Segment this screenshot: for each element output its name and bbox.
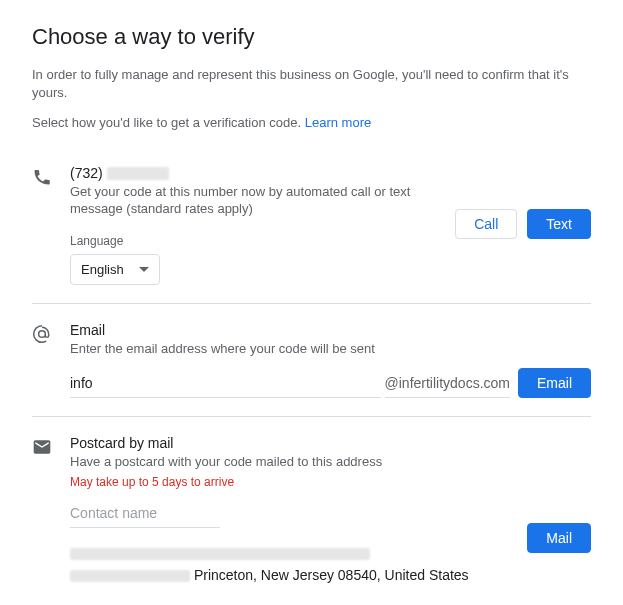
email-icon: [32, 330, 52, 347]
learn-more-link[interactable]: Learn more: [305, 115, 371, 130]
mail-button[interactable]: Mail: [527, 523, 591, 553]
email-desc: Enter the email address where your code …: [70, 340, 591, 358]
page-title: Choose a way to verify: [32, 24, 591, 50]
verify-email-section: Email Enter the email address where your…: [32, 303, 591, 417]
email-domain: @infertilitydocs.com: [385, 375, 510, 398]
phone-number-prefix: (732): [70, 165, 107, 181]
intro-text-2: Select how you'd like to get a verificat…: [32, 114, 591, 132]
address-visible: Princeton, New Jersey 08540, United Stat…: [194, 567, 469, 583]
verify-phone-section: (732) Get your code at this number now b…: [32, 145, 591, 303]
intro-text-1: In order to fully manage and represent t…: [32, 66, 591, 102]
phone-icon: [32, 173, 52, 190]
email-button[interactable]: Email: [518, 368, 591, 398]
mail-desc: Have a postcard with your code mailed to…: [70, 453, 591, 471]
language-select[interactable]: English: [70, 254, 160, 285]
mail-title: Postcard by mail: [70, 435, 591, 451]
verify-mail-section: Postcard by mail Have a postcard with yo…: [32, 416, 591, 604]
redacted-phone-a: [107, 167, 169, 180]
call-button[interactable]: Call: [455, 209, 517, 239]
phone-desc: Get your code at this number now by auto…: [70, 183, 440, 218]
redacted-address-2: [70, 570, 190, 582]
contact-name-input[interactable]: [70, 499, 220, 528]
redacted-address-1: [70, 548, 370, 560]
mail-icon: [32, 443, 52, 460]
email-input[interactable]: [70, 369, 381, 398]
address-block: Princeton, New Jersey 08540, United Stat…: [70, 542, 591, 587]
text-button[interactable]: Text: [527, 209, 591, 239]
mail-warning: May take up to 5 days to arrive: [70, 475, 591, 489]
email-title: Email: [70, 322, 591, 338]
